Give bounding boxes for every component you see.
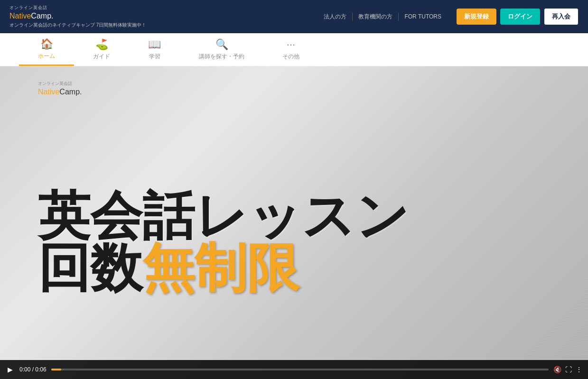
link-for-tutors[interactable]: FOR TUTORS bbox=[399, 13, 447, 20]
nav-item-home[interactable]: 🏠 ホーム bbox=[19, 33, 74, 66]
nav-item-study[interactable]: 📖 学習 bbox=[129, 33, 180, 66]
nav-label-other: その他 bbox=[282, 53, 299, 61]
nav-label-guide: ガイド bbox=[93, 53, 110, 61]
logo-camp: Camp. bbox=[31, 12, 53, 20]
logo-area: オンライン英会話 NativeCamp. オンライン英会話のネイティブキャンプ … bbox=[9, 5, 146, 28]
guide-icon: ⛳ bbox=[95, 38, 108, 51]
fullscreen-icon[interactable]: ⛶ bbox=[565, 366, 572, 373]
progress-bar[interactable] bbox=[51, 369, 549, 370]
link-corporate[interactable]: 法人の方 bbox=[318, 13, 353, 21]
video-logo-subtitle: オンライン英会話 bbox=[38, 81, 82, 87]
nav-item-guide[interactable]: ⛳ ガイド bbox=[74, 33, 129, 66]
logo[interactable]: NativeCamp. bbox=[9, 12, 146, 20]
video-line2-dark: 回数 bbox=[38, 239, 142, 297]
top-links: 法人の方 教育機関の方 FOR TUTORS bbox=[318, 13, 447, 21]
nav-bar: 🏠 ホーム ⛳ ガイド 📖 学習 🔍 講師を探す・予約 ··· その他 bbox=[0, 33, 588, 66]
logo-native: Native bbox=[9, 12, 31, 20]
logo-tagline: オンライン英会話のネイティブキャンプ 7日間無料体験実施中！ bbox=[9, 22, 146, 28]
video-container: オンライン英会話 NativeCamp. 英会話レッスン 回数無制限 ▶ 0:0… bbox=[0, 66, 588, 379]
video-line2-gold: 無制限 bbox=[142, 239, 299, 297]
video-logo: オンライン英会話 NativeCamp. bbox=[38, 81, 82, 96]
video-line2: 回数無制限 bbox=[38, 242, 409, 294]
more-options-icon[interactable]: ⋮ bbox=[576, 366, 582, 373]
video-bg: オンライン英会話 NativeCamp. 英会話レッスン 回数無制限 bbox=[0, 66, 588, 379]
search-icon: 🔍 bbox=[215, 38, 228, 51]
video-logo-camp: Camp. bbox=[59, 88, 82, 96]
nav-label-home: ホーム bbox=[38, 52, 55, 60]
home-icon: 🏠 bbox=[40, 38, 53, 50]
nav-label-study: 学習 bbox=[149, 53, 160, 61]
video-main-text: 英会話レッスン 回数無制限 bbox=[38, 190, 409, 294]
ctrl-right: 🔇 ⛶ ⋮ bbox=[553, 366, 582, 373]
study-icon: 📖 bbox=[148, 38, 161, 51]
video-logo-native: Native bbox=[38, 88, 59, 96]
top-nav-right: 法人の方 教育機関の方 FOR TUTORS 新規登録 ログイン 再入会 bbox=[318, 0, 579, 33]
nav-item-find-tutor[interactable]: 🔍 講師を探す・予約 bbox=[180, 33, 263, 66]
nav-label-find-tutor: 講師を探す・予約 bbox=[199, 53, 244, 61]
top-header: オンライン英会話 NativeCamp. オンライン英会話のネイティブキャンプ … bbox=[0, 0, 588, 33]
volume-icon[interactable]: 🔇 bbox=[553, 366, 561, 373]
play-button[interactable]: ▶ bbox=[6, 365, 15, 374]
link-education[interactable]: 教育機関の方 bbox=[353, 13, 399, 21]
more-icon: ··· bbox=[287, 38, 295, 51]
login-button[interactable]: ログイン bbox=[500, 9, 540, 25]
nav-item-other[interactable]: ··· その他 bbox=[263, 33, 318, 66]
rejoin-button[interactable]: 再入会 bbox=[544, 8, 579, 25]
progress-filled bbox=[51, 369, 61, 370]
register-button[interactable]: 新規登録 bbox=[457, 9, 496, 25]
time-display: 0:00 / 0:06 bbox=[19, 366, 47, 373]
video-controls: ▶ 0:00 / 0:06 🔇 ⛶ ⋮ bbox=[0, 360, 588, 379]
logo-subtitle: オンライン英会話 bbox=[9, 5, 146, 11]
video-line1: 英会話レッスン bbox=[38, 190, 409, 242]
